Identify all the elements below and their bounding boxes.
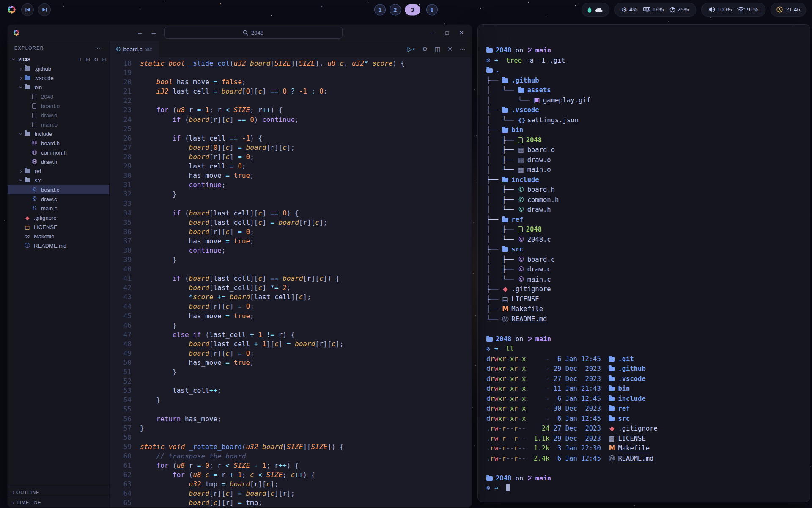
tree-item-src[interactable]: ›src bbox=[8, 176, 109, 185]
code-line-29[interactable]: last_cell = 0; bbox=[140, 162, 472, 171]
terminal-window[interactable]: 2048 on main❄ ➜ tree -a -I .git.├── .git… bbox=[477, 24, 810, 502]
collapse-all-button[interactable]: ⊟ bbox=[102, 56, 107, 63]
code-line-42[interactable]: board[last_cell][c] *= 2; bbox=[140, 283, 472, 293]
code-line-57[interactable]: } bbox=[140, 424, 472, 433]
code-line-46[interactable]: } bbox=[140, 321, 472, 330]
code-line-20[interactable]: bool has_move = false; bbox=[140, 77, 472, 87]
code-line-39[interactable]: } bbox=[140, 255, 472, 265]
explorer-more-icon[interactable]: ⋯ bbox=[96, 44, 102, 51]
maximize-button[interactable]: □ bbox=[445, 30, 449, 36]
command-center-search[interactable]: 2048 bbox=[164, 27, 343, 39]
skip-back-button[interactable] bbox=[21, 3, 34, 16]
code-line-49[interactable]: board[r][c] = 0; bbox=[140, 349, 472, 358]
code-line-50[interactable]: has_move = true; bbox=[140, 358, 472, 367]
code-line-22[interactable] bbox=[140, 96, 472, 105]
minimize-button[interactable]: ─ bbox=[431, 30, 435, 36]
tree-item-draw.h[interactable]: Ⓗdraw.h bbox=[8, 157, 109, 166]
code-line-18[interactable]: static bool _slide_col(u32 board[SIZE][S… bbox=[140, 59, 472, 68]
code-line-40[interactable] bbox=[140, 265, 472, 274]
tree-item-bin[interactable]: ›bin bbox=[8, 83, 109, 92]
code-line-38[interactable]: continue; bbox=[140, 246, 472, 255]
code-line-59[interactable]: static void _rotate_board(u32 board[SIZE… bbox=[140, 442, 472, 452]
code-line-61[interactable]: for (u8 r = 0; r < SIZE - 1; r++) { bbox=[140, 461, 472, 470]
new-folder-button[interactable]: ⊞ bbox=[86, 56, 90, 63]
code-line-32[interactable]: } bbox=[140, 190, 472, 199]
code-line-65[interactable]: board[c][r] = tmp; bbox=[140, 498, 472, 507]
workspace-3[interactable]: 3 bbox=[405, 4, 420, 15]
outline-section[interactable]: ›OUTLINE bbox=[8, 487, 109, 497]
code-line-26[interactable]: if (last_cell == -1) { bbox=[140, 134, 472, 143]
code-line-41[interactable]: if (board[last_cell][c] == board[r][c]) … bbox=[140, 274, 472, 283]
system-stats-widget[interactable]: ⚙ 4% 16% 25% bbox=[614, 3, 696, 17]
tree-item-main.c[interactable]: ©main.c bbox=[8, 204, 109, 213]
new-file-button[interactable]: + bbox=[79, 56, 82, 63]
more-button[interactable]: ⋯ bbox=[460, 46, 466, 52]
workspace-2[interactable]: 2 bbox=[390, 4, 401, 15]
code-line-64[interactable]: board[r][c] = board[c][r]; bbox=[140, 489, 472, 498]
tree-item-LICENSE[interactable]: ▤LICENSE bbox=[8, 222, 109, 232]
tree-item-main.o[interactable]: main.o bbox=[8, 120, 109, 129]
tree-item-ref[interactable]: ›ref bbox=[8, 166, 109, 176]
audio-network-widget[interactable]: 100% 91% bbox=[701, 3, 766, 17]
tree-item-2048[interactable]: 2048 bbox=[8, 92, 109, 101]
code-line-37[interactable]: has_move = true; bbox=[140, 237, 472, 246]
tree-item-draw.o[interactable]: draw.o bbox=[8, 110, 109, 120]
split-editor-button[interactable]: ◫ bbox=[435, 46, 440, 52]
app-launcher-icon[interactable] bbox=[6, 4, 17, 15]
code-line-48[interactable]: board[last_cell + 1][c] = board[r][c]; bbox=[140, 340, 472, 349]
tree-item-board.o[interactable]: board.o bbox=[8, 101, 109, 110]
tree-item-.vscode[interactable]: ›.vscode bbox=[8, 73, 109, 83]
code-line-44[interactable]: board[r][c] = 0; bbox=[140, 302, 472, 311]
code-line-51[interactable]: } bbox=[140, 367, 472, 377]
code-line-62[interactable]: for (u8 c = r + 1; c < SIZE; c++) { bbox=[140, 470, 472, 480]
weather-widget[interactable] bbox=[582, 3, 609, 17]
tree-item-draw.c[interactable]: ©draw.c bbox=[8, 194, 109, 204]
code-line-43[interactable]: *score += board[last_cell][c]; bbox=[140, 293, 472, 302]
code-line-54[interactable]: } bbox=[140, 395, 472, 405]
tree-item-board.h[interactable]: Ⓗboard.h bbox=[8, 138, 109, 148]
nav-back-button[interactable]: ← bbox=[137, 29, 144, 36]
run-button[interactable]: ▷∨ bbox=[408, 46, 415, 52]
workspace-1[interactable]: 1 bbox=[374, 4, 386, 15]
skip-forward-button[interactable] bbox=[38, 3, 51, 16]
code-line-21[interactable]: i32 last_cell = board[0][c] == 0 ? -1 : … bbox=[140, 87, 472, 96]
close-button[interactable]: ✕ bbox=[459, 30, 464, 36]
code-line-27[interactable]: board[0][c] = board[r][c]; bbox=[140, 143, 472, 152]
code-line-23[interactable]: for (u8 r = 1; r < SIZE; r++) { bbox=[140, 105, 472, 115]
code-line-52[interactable] bbox=[140, 377, 472, 386]
code-line-60[interactable]: // transpose the board bbox=[140, 452, 472, 461]
code-line-36[interactable]: board[r][c] = 0; bbox=[140, 227, 472, 237]
code-editor[interactable]: 1819202122232425262728293031323334353637… bbox=[110, 57, 472, 507]
tree-item-.gitignore[interactable]: ◆.gitignore bbox=[8, 213, 109, 222]
tree-item-README.md[interactable]: ⓘREADME.md bbox=[8, 241, 109, 250]
code-line-34[interactable]: if (board[last_cell][c] == 0) { bbox=[140, 209, 472, 218]
tree-item-board.c[interactable]: ©board.c bbox=[8, 185, 109, 194]
code-line-35[interactable]: board[last_cell][c] = board[r][c]; bbox=[140, 218, 472, 227]
close-button[interactable]: ✕ bbox=[447, 46, 453, 52]
clock-widget[interactable]: 21:46 bbox=[771, 3, 806, 17]
tree-item-.github[interactable]: ›.github bbox=[8, 64, 109, 73]
workspace-8[interactable]: 8 bbox=[426, 4, 438, 15]
code-line-28[interactable]: board[r][c] = 0; bbox=[140, 152, 472, 162]
code-line-45[interactable]: has_move = true; bbox=[140, 312, 472, 321]
code-line-53[interactable]: last_cell++; bbox=[140, 386, 472, 395]
tree-item-common.h[interactable]: Ⓗcommon.h bbox=[8, 148, 109, 157]
code-line-58[interactable] bbox=[140, 433, 472, 442]
code-line-55[interactable] bbox=[140, 405, 472, 414]
tree-item-2048[interactable]: ›2048+⊞↻⊟ bbox=[8, 55, 109, 64]
tree-item-Makefile[interactable]: ⚒Makefile bbox=[8, 232, 109, 241]
code-line-30[interactable]: has_move = true; bbox=[140, 171, 472, 180]
timeline-section[interactable]: ›TIMELINE bbox=[8, 497, 109, 507]
refresh-button[interactable]: ↻ bbox=[94, 56, 98, 63]
code-line-25[interactable] bbox=[140, 124, 472, 134]
code-line-63[interactable]: u32 tmp = board[r][c]; bbox=[140, 480, 472, 489]
settings-button[interactable]: ⚙ bbox=[422, 46, 428, 52]
tree-item-include[interactable]: ›include bbox=[8, 129, 109, 138]
code-line-31[interactable]: continue; bbox=[140, 180, 472, 190]
code-line-47[interactable]: else if (last_cell + 1 != r) { bbox=[140, 330, 472, 340]
code-line-33[interactable] bbox=[140, 199, 472, 208]
code-line-24[interactable]: if (board[r][c] == 0) continue; bbox=[140, 115, 472, 124]
nav-forward-button[interactable]: → bbox=[151, 29, 157, 36]
code-line-19[interactable] bbox=[140, 68, 472, 77]
tab-board.c[interactable]: © board.c src bbox=[110, 41, 159, 57]
